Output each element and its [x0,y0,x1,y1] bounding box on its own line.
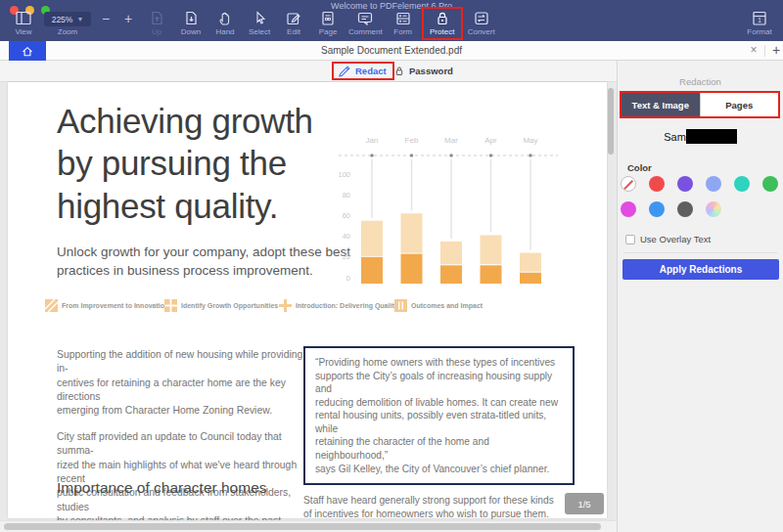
form-button[interactable]: Form [388,9,419,37]
main-toolbar: View 225% ▼ Zoom − + Up Down Hand Select [8,9,775,40]
format-button[interactable]: 1 Format [744,9,775,37]
swatch-green[interactable] [762,176,778,192]
brackets-icon [394,299,407,312]
svg-text:Mar: Mar [444,136,458,145]
swatch-periwinkle[interactable] [706,176,721,192]
svg-text:100: 100 [338,170,350,179]
swatch-magenta[interactable] [621,201,636,217]
zoom-label: Zoom [58,27,77,36]
protect-lock-icon [434,10,451,26]
use-overlay-text-checkbox[interactable] [625,235,635,244]
page-down-button[interactable]: Down [175,9,207,37]
feature-label: Identify Growth Opportunities [181,302,278,309]
svg-text:Feb: Feb [405,136,419,145]
pdf-page: Achieving growth by pursuing the highest… [8,82,607,518]
tab-text-and-image[interactable]: Text & Image [622,93,700,116]
protect-subtoolbar: Redact Password [0,61,617,82]
new-tab-button[interactable]: + [769,41,783,61]
edit-label: Edit [287,27,300,36]
document-area: Redact Password Achieving growth by purs… [0,61,617,532]
redaction-sample: Sam [618,129,783,144]
page-up-icon [148,10,165,26]
use-overlay-text-label: Use Overlay Text [640,234,711,244]
hand-label: Hand [215,27,234,36]
svg-text:80: 80 [343,191,350,200]
edit-button[interactable]: Edit [278,9,309,37]
swatch-purple[interactable] [677,176,693,192]
color-swatch-row [621,201,721,217]
bar-chart: JanFebMarAprMay020406080100 [331,129,603,297]
page-label: Page [319,27,338,36]
select-cursor-icon [251,10,268,26]
feature-item: Outcomes and Impact [394,299,483,312]
svg-text:1: 1 [758,17,761,23]
format-label: Format [747,27,771,36]
convert-button[interactable]: Convert [466,9,497,37]
panel-tabs-highlight-box: Text & Image Pages [620,91,780,118]
main-area: Redact Password Achieving growth by purs… [0,61,783,532]
convert-icon [473,10,490,26]
select-tool-button[interactable]: Select [244,9,275,37]
swatch-gray[interactable] [677,201,693,217]
convert-label: Convert [468,27,495,36]
color-swatch-row [621,176,778,192]
zoom-value: 225% [52,15,73,24]
hand-tool-button[interactable]: Hand [209,9,241,37]
swatch-none[interactable] [621,176,636,192]
svg-text:Apr: Apr [484,136,497,145]
tab-pages[interactable]: Pages [700,93,779,116]
redaction-panel: Redaction Text & Image Pages Sam Color U… [617,61,783,532]
grid-icon [164,299,177,312]
password-button[interactable]: Password [393,63,453,79]
feature-item: From Improvement to Innovation [45,299,168,312]
redacted-text-block [686,129,737,144]
color-section-label: Color [627,162,652,173]
format-icon: 1 [751,10,768,26]
password-label: Password [409,66,453,76]
tab-bar: Sample Document Extended.pdf × + [0,41,783,61]
window-header: Welcome to PDFelement 6 Pro View 225% ▼ … [0,0,783,41]
left-text-column: Supporting the addition of new housing w… [57,348,313,532]
zoom-out-button[interactable]: − [96,11,115,27]
document-tab-title[interactable]: Sample Document Extended.pdf [0,41,783,61]
redact-button[interactable]: Redact [355,66,387,76]
view-button[interactable]: View [8,9,39,37]
zoom-dropdown[interactable]: 225% ▼ [44,12,91,26]
page-button[interactable]: Page [312,9,344,37]
redact-icon [338,65,351,78]
zoom-in-button[interactable]: + [118,11,138,27]
redaction-region-box[interactable]: “Providing home owners with these types … [303,346,575,485]
svg-text:20: 20 [343,252,350,261]
swatch-red[interactable] [649,176,665,192]
form-label: Form [393,27,412,36]
select-label: Select [249,27,270,36]
page-down-icon [182,10,200,26]
apply-redactions-button[interactable]: Apply Redactions [622,259,779,280]
tab-close-button[interactable]: × [746,41,761,61]
swatch-teal[interactable] [734,176,750,192]
overlay-text-option: Use Overlay Text [625,234,711,244]
feature-label: From Improvement to Innovation [62,302,168,309]
hand-icon [216,10,234,26]
feature-item: Identify Growth Opportunities [164,299,278,312]
swatch-blue[interactable] [649,201,665,217]
feature-label: Introduction: Delivering Quality [296,302,398,309]
horizontal-scrollbar[interactable] [4,523,601,530]
sample-text: Sam [664,131,686,143]
swatch-custom-color[interactable] [706,201,721,217]
edit-icon [285,10,302,26]
paragraph: Supporting the addition of new housing w… [57,348,313,419]
redact-highlight-box: Redact [332,62,394,80]
protect-label: Protect [430,27,454,36]
feature-label: Outcomes and Impact [411,302,483,309]
stripes-icon [45,299,58,312]
vertical-scrollbar[interactable] [608,88,614,155]
svg-text:40: 40 [343,232,350,241]
page-indicator-badge: 1/5 [565,493,604,514]
protect-button[interactable]: Protect [427,9,458,37]
comment-button[interactable]: Comment [346,9,385,37]
form-icon [394,10,412,26]
comment-label: Comment [348,27,383,36]
zoom-control: 225% ▼ Zoom [42,9,93,37]
protect-highlight-box: Protect [422,7,463,40]
